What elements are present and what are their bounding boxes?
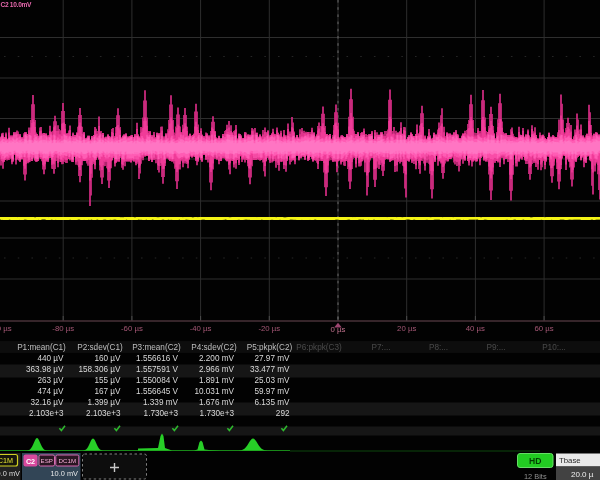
svg-text:160 µV: 160 µV [94,354,121,363]
svg-text:40 µs: 40 µs [466,324,485,333]
svg-text:-60 µs: -60 µs [121,324,143,333]
svg-text:1.891 mV: 1.891 mV [199,376,235,385]
svg-text:P7:...: P7:... [371,343,390,352]
svg-text:2.200 mV: 2.200 mV [199,354,235,363]
svg-text:363.98 µV: 363.98 µV [26,365,64,374]
svg-text:292: 292 [276,409,290,418]
svg-text:1.556616 V: 1.556616 V [136,354,178,363]
svg-text:2.103e+3: 2.103e+3 [86,409,121,418]
svg-text:-80 µs: -80 µs [52,324,74,333]
svg-text:P3:mean(C2): P3:mean(C2) [132,343,181,352]
svg-text:10.031 mV: 10.031 mV [194,387,234,396]
svg-text:0 µs: 0 µs [331,325,346,334]
svg-text:2.103e+3: 2.103e+3 [29,409,64,418]
svg-text:P4:sdev(C2): P4:sdev(C2) [191,343,237,352]
svg-text:Tbase: Tbase [559,456,581,465]
svg-text:60 µs: 60 µs [534,324,553,333]
svg-text:P9:...: P9:... [486,343,505,352]
svg-text:C2 10.0mV: C2 10.0mV [1,1,33,8]
svg-text:33.477 mV: 33.477 mV [250,365,290,374]
svg-text:P6:pkpk(C3): P6:pkpk(C3) [296,343,342,352]
svg-text:DC1M: DC1M [59,457,77,464]
svg-text:HD: HD [529,456,541,466]
svg-text:59.97 mV: 59.97 mV [254,387,290,396]
svg-text:ESP: ESP [41,457,53,464]
svg-text:155 µV: 155 µV [94,376,121,385]
svg-text:263 µV: 263 µV [37,376,64,385]
svg-text:158.306 µV: 158.306 µV [78,365,121,374]
svg-text:25.03 mV: 25.03 mV [254,376,290,385]
svg-text:DC1M: DC1M [0,456,13,465]
svg-text:10.0 mV: 10.0 mV [50,469,78,478]
svg-text:167 µV: 167 µV [94,387,121,396]
svg-text:2.966 mV: 2.966 mV [199,365,235,374]
svg-text:1.550084 V: 1.550084 V [136,376,178,385]
svg-text:P1:mean(C1): P1:mean(C1) [17,343,66,352]
svg-text:C2: C2 [26,457,35,466]
svg-text:1.556645 V: 1.556645 V [136,387,178,396]
svg-text:12 Bits: 12 Bits [524,472,547,480]
svg-text:27.97 mV: 27.97 mV [254,354,290,363]
svg-text:32.16 µV: 32.16 µV [31,398,64,407]
svg-text:-20 µs: -20 µs [258,324,280,333]
svg-text:1.339 mV: 1.339 mV [143,398,179,407]
svg-text:P10:...: P10:... [542,343,566,352]
svg-text:P8:...: P8:... [429,343,448,352]
svg-text:474 µV: 474 µV [37,387,64,396]
svg-text:1.676 mV: 1.676 mV [199,398,235,407]
svg-text:1.399 µV: 1.399 µV [88,398,121,407]
svg-text:1.730e+3: 1.730e+3 [200,409,235,418]
svg-text:1.730e+3: 1.730e+3 [144,409,179,418]
svg-text:6.135 mV: 6.135 mV [254,398,290,407]
svg-text:-40 µs: -40 µs [190,324,212,333]
svg-text:20 µs: 20 µs [397,324,416,333]
svg-text:P2:sdev(C1): P2:sdev(C1) [77,343,123,352]
svg-text:P5:pkpk(C2): P5:pkpk(C2) [247,343,293,352]
svg-text:-100 µs: -100 µs [0,324,12,333]
svg-text:20.0 µ: 20.0 µ [571,470,594,479]
svg-text:0.0 mV: 0.0 mV [0,469,20,478]
svg-text:1.557591 V: 1.557591 V [136,365,178,374]
svg-text:440 µV: 440 µV [37,354,64,363]
